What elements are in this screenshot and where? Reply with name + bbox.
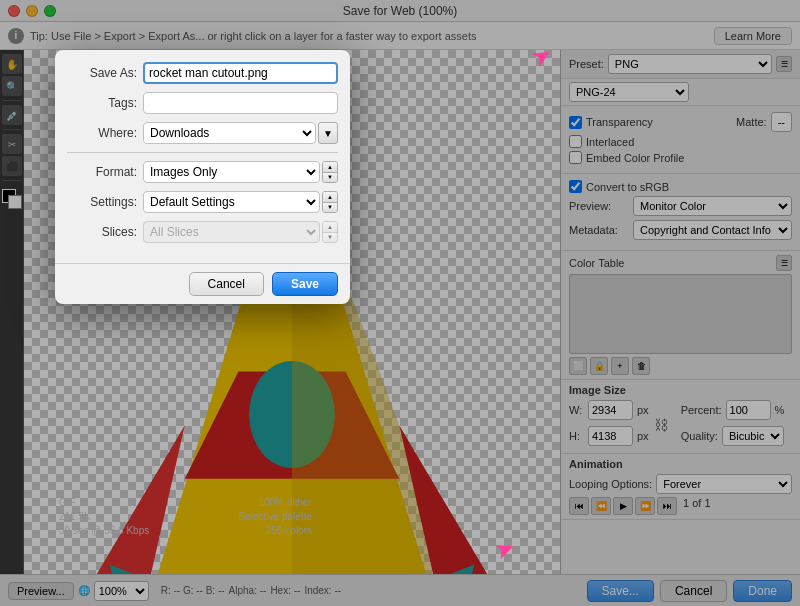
dialog-body: Save As: Tags: Where: Downloads ▼	[55, 50, 350, 263]
where-container: Downloads ▼	[143, 122, 338, 144]
save-as-row: Save As:	[67, 62, 338, 84]
settings-up-button[interactable]: ▲	[323, 192, 337, 203]
slices-row: Slices: All Slices ▲ ▼	[67, 221, 338, 243]
dialog-overlay: Save As: Tags: Where: Downloads ▼	[0, 0, 800, 606]
format-row: Format: Images Only ▲ ▼	[67, 161, 338, 183]
save-as-label: Save As:	[67, 66, 137, 80]
slices-select: All Slices	[143, 221, 320, 243]
slices-down-button: ▼	[323, 233, 337, 243]
dialog-divider	[67, 152, 338, 153]
save-dialog: Save As: Tags: Where: Downloads ▼	[55, 50, 350, 304]
slices-stepper: ▲ ▼	[322, 221, 338, 243]
settings-select[interactable]: Default Settings	[143, 191, 320, 213]
dialog-cancel-button[interactable]: Cancel	[189, 272, 264, 296]
save-as-input[interactable]	[143, 62, 338, 84]
slices-container: All Slices ▲ ▼	[143, 221, 338, 243]
tags-input[interactable]	[143, 92, 338, 114]
settings-stepper[interactable]: ▲ ▼	[322, 191, 338, 213]
settings-row: Settings: Default Settings ▲ ▼	[67, 191, 338, 213]
format-select[interactable]: Images Only	[143, 161, 320, 183]
slices-label: Slices:	[67, 225, 137, 239]
tags-label: Tags:	[67, 96, 137, 110]
slices-up-button: ▲	[323, 222, 337, 233]
tags-row: Tags:	[67, 92, 338, 114]
dialog-save-button[interactable]: Save	[272, 272, 338, 296]
where-expand-button[interactable]: ▼	[318, 122, 338, 144]
dialog-buttons: Cancel Save	[55, 263, 350, 304]
where-label: Where:	[67, 126, 137, 140]
settings-container: Default Settings ▲ ▼	[143, 191, 338, 213]
settings-down-button[interactable]: ▼	[323, 203, 337, 213]
format-up-button[interactable]: ▲	[323, 162, 337, 173]
format-label: Format:	[67, 165, 137, 179]
format-stepper[interactable]: ▲ ▼	[322, 161, 338, 183]
where-row: Where: Downloads ▼	[67, 122, 338, 144]
format-container: Images Only ▲ ▼	[143, 161, 338, 183]
where-select[interactable]: Downloads	[143, 122, 316, 144]
settings-label: Settings:	[67, 195, 137, 209]
format-down-button[interactable]: ▼	[323, 173, 337, 183]
